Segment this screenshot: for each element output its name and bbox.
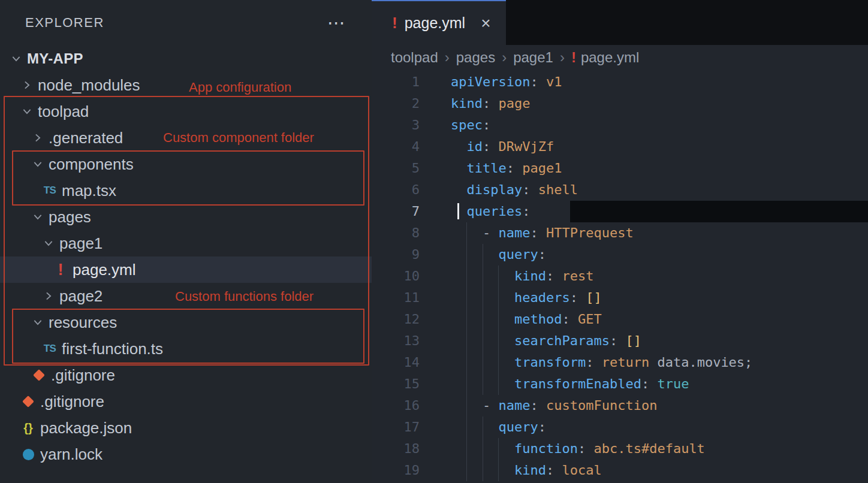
breadcrumb-item-page-yml[interactable]: !page.yml [571,49,639,66]
tree-item-toolpad[interactable]: toolpad [0,98,372,125]
tree-item-label: .gitignore [51,366,115,385]
indent-guide [483,352,483,373]
yaml-icon: ! [571,49,576,66]
indent-guide [483,244,483,265]
indent-guide [483,287,483,309]
tree-item-pages[interactable]: pages [0,204,372,230]
indent-guide [498,438,499,460]
code-line-8[interactable]: 8 - name: HTTPrequest [372,222,868,244]
tree-item-label: first-function.ts [62,340,163,358]
yarn-icon [19,449,37,460]
breadcrumb-item-toolpad[interactable]: toolpad [391,49,438,66]
explorer-header: EXPLORER ⋯ [0,0,372,46]
close-icon[interactable]: × [481,15,490,32]
code-line-11[interactable]: 11 headers: [] [372,287,868,309]
tree-item--gitignore[interactable]: .gitignore [0,388,372,415]
tree-item-page-yml[interactable]: !page.yml [0,256,372,283]
line-number: 17 [372,416,420,438]
tree-item-page1[interactable]: page1 [0,230,372,256]
more-actions-icon[interactable]: ⋯ [327,14,345,32]
tree-item--gitignore[interactable]: .gitignore [0,362,372,388]
explorer-title: EXPLORER [25,15,104,31]
indent-guide [498,352,499,373]
code-line-13[interactable]: 13 searchParams: [] [372,330,868,352]
line-number: 15 [372,373,420,395]
code-line-15[interactable]: 15 transformEnabled: true [372,373,868,395]
code-line-16[interactable]: 16 - name: customFunction [372,395,868,416]
tree-item-label: resources [49,313,117,332]
indent-guide [466,265,467,287]
breadcrumb-label: page1 [513,49,553,66]
tree-item-label: toolpad [38,102,89,121]
line-number: 5 [372,158,420,179]
indent-guide [466,460,467,481]
tree-item-package-json[interactable]: {}package.json [0,415,372,441]
typescript-icon: TS [41,185,59,197]
tree-item-label: .generated [49,129,123,147]
code-line-12[interactable]: 12 method: GET [372,309,868,330]
line-number: 14 [372,352,420,373]
code-line-6[interactable]: 6 display: shell [372,179,868,201]
git-icon [19,397,37,406]
indent-guide [466,373,467,395]
tree-item-components[interactable]: components [0,151,372,177]
tree-item-label: page2 [59,287,103,306]
git-icon [30,371,48,379]
indent-guide [483,438,483,460]
code-line-text: headers: [] [451,287,868,309]
code-line-2[interactable]: 2kind: page [372,93,868,114]
line-number: 7 [372,201,420,222]
chevron-down-icon [8,53,24,65]
code-line-18[interactable]: 18 function: abc.ts#default [372,438,868,460]
tree-item-first-function-ts[interactable]: TSfirst-function.ts [0,336,372,362]
code-editor[interactable]: 1apiVersion: v12kind: page3spec:4 id: DR… [372,70,868,483]
code-line-4[interactable]: 4 id: DRwVjZf [372,136,868,158]
breadcrumb-separator-icon: › [445,49,450,66]
code-line-3[interactable]: 3spec: [372,114,868,136]
breadcrumb-item-page1[interactable]: page1 [513,49,553,66]
code-line-17[interactable]: 17 query: [372,416,868,438]
tree-item-map-tsx[interactable]: TSmap.tsx [0,177,372,204]
tree-item-resources[interactable]: resources [0,309,372,336]
chevron-down-icon [30,316,46,328]
line-number: 8 [372,222,420,244]
tree-item-label: package.json [40,419,132,437]
code-line-text: query: [451,244,868,265]
tree-item-label: .gitignore [40,393,104,411]
breadcrumb-item-pages[interactable]: pages [456,49,495,66]
line-number: 9 [372,244,420,265]
tab-page-yml[interactable]: ! page.yml × [372,0,506,45]
indent-guide [466,244,467,265]
tree-item-label: page.yml [73,261,136,279]
code-line-text: transform: return data.movies; [451,352,868,373]
workspace-root[interactable]: MY-APP [0,46,372,72]
chevron-down-icon [19,105,35,117]
code-line-5[interactable]: 5 title: page1 [372,158,868,179]
tree-item-label: page1 [59,234,103,253]
indent-guide [483,265,483,287]
tree-item-page2[interactable]: page2 [0,283,372,309]
code-line-text: kind: rest [451,265,868,287]
line-number: 4 [372,136,420,158]
code-line-1[interactable]: 1apiVersion: v1 [372,71,868,93]
code-line-10[interactable]: 10 kind: rest [372,265,868,287]
line-number: 6 [372,179,420,201]
code-line-19[interactable]: 19 kind: local [372,460,868,481]
code-line-text: searchParams: [] [451,330,868,352]
line-number: 19 [372,460,420,481]
yaml-icon: ! [392,14,397,32]
code-line-7[interactable]: 7 queries: [372,201,868,222]
code-line-text: query: [451,416,868,438]
code-line-9[interactable]: 9 query: [372,244,868,265]
breadcrumb-separator-icon: › [502,49,507,66]
code-line-14[interactable]: 14 transform: return data.movies; [372,352,868,373]
indent-guide [483,309,483,330]
tree-item-node-modules[interactable]: node_modules [0,72,372,98]
tree-item-yarn-lock[interactable]: yarn.lock [0,441,372,467]
line-number: 13 [372,330,420,352]
line-number: 1 [372,71,420,93]
tree-item--generated[interactable]: .generated [0,125,372,151]
tab-bar: ! page.yml × [372,0,868,45]
chevron-right-icon [30,132,46,144]
chevron-down-icon [30,211,46,223]
